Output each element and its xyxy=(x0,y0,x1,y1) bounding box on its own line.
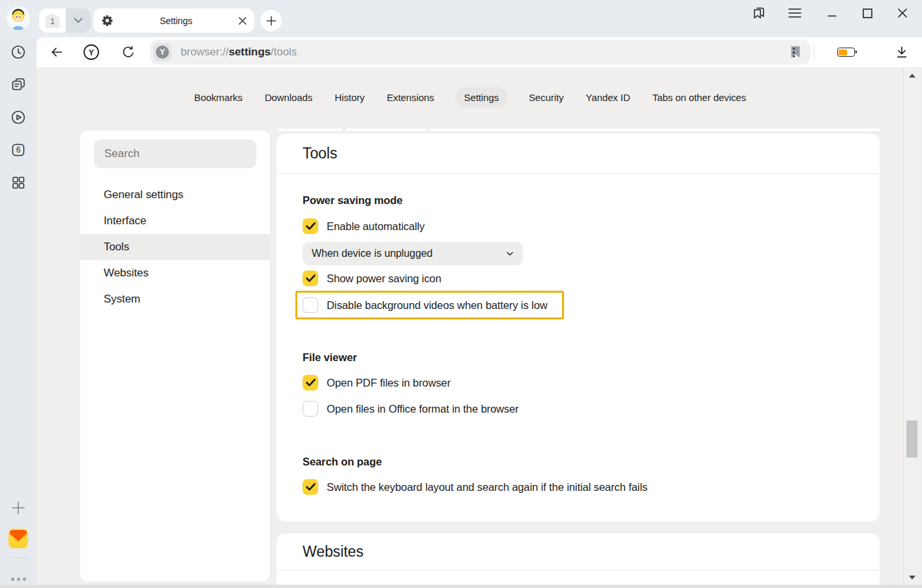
reload-button[interactable] xyxy=(117,41,140,63)
checkbox-label[interactable]: Disable background videos when battery i… xyxy=(327,299,548,312)
search-input[interactable] xyxy=(94,140,256,168)
video-button[interactable] xyxy=(0,106,37,129)
bookmarks-panel-icon xyxy=(751,5,767,21)
highlighted-checkbox-row-disable-background-videos[interactable]: Disable background videos when battery i… xyxy=(295,291,564,319)
add-panel-button[interactable] xyxy=(0,496,37,520)
nav-extensions[interactable]: Extensions xyxy=(385,87,435,108)
checkbox-row-enable-automatically[interactable]: Enable automatically xyxy=(303,218,854,234)
settings-sidebar: General settings Interface Tools Website… xyxy=(80,130,270,581)
apps-grid-button[interactable] xyxy=(0,171,37,194)
yandex-mail-button[interactable] xyxy=(0,527,37,550)
url-text[interactable]: browser://settings/tools xyxy=(181,46,790,59)
tab-title: Settings xyxy=(113,16,239,26)
settings-page: Bookmarks Downloads History Extensions S… xyxy=(37,67,922,585)
card-peek xyxy=(277,128,342,131)
nav-settings[interactable]: Settings xyxy=(455,87,508,108)
scrollbar-thumb[interactable] xyxy=(906,420,917,458)
browser-window: 1 Settings xyxy=(0,0,922,588)
checkbox-label[interactable]: Switch the keyboard layout and search ag… xyxy=(327,481,647,493)
sidebar-item-general-settings[interactable]: General settings xyxy=(80,182,270,208)
maximize-button[interactable] xyxy=(854,0,880,26)
back-button[interactable] xyxy=(46,41,68,63)
plus-icon xyxy=(11,501,25,515)
close-window-button[interactable] xyxy=(889,0,915,26)
kebab-icon xyxy=(793,48,795,57)
tab-list-dropdown[interactable] xyxy=(66,8,91,33)
browser-tab-settings[interactable]: Settings xyxy=(93,8,254,33)
checkbox-row-show-power-saving-icon[interactable]: Show power saving icon xyxy=(303,271,854,286)
settings-top-nav: Bookmarks Downloads History Extensions S… xyxy=(37,87,904,108)
tab-stack-button[interactable]: 6 xyxy=(0,138,37,162)
nav-history[interactable]: History xyxy=(333,87,366,108)
checkmark-icon xyxy=(306,222,316,230)
page-title: Tools xyxy=(276,134,880,174)
ellipsis-icon xyxy=(11,578,26,581)
checkbox-label[interactable]: Open PDF files in browser xyxy=(327,377,451,389)
gear-icon xyxy=(101,14,113,27)
nav-bookmarks[interactable]: Bookmarks xyxy=(193,87,244,108)
hamburger-menu-icon xyxy=(788,8,801,18)
checkbox-checked[interactable] xyxy=(303,479,318,495)
sidebar-item-websites[interactable]: Websites xyxy=(80,260,270,286)
tab-group-counter[interactable]: 1 xyxy=(39,8,91,33)
card-peek xyxy=(346,128,427,131)
tab-count-value: 1 xyxy=(46,13,60,28)
tab-count-square-icon: 6 xyxy=(10,142,26,158)
chevron-down-icon xyxy=(505,249,514,258)
sidebar-item-tools[interactable]: Tools xyxy=(80,234,270,260)
sidebar-item-system[interactable]: System xyxy=(80,286,270,312)
grid-icon xyxy=(10,175,26,190)
checkmark-icon xyxy=(306,274,316,282)
checkbox-label[interactable]: Open files in Office format in the brows… xyxy=(327,403,518,415)
feed-button[interactable] xyxy=(0,73,37,96)
checkbox-row-open-pdf[interactable]: Open PDF files in browser xyxy=(303,375,854,390)
profile-avatar[interactable] xyxy=(7,7,30,30)
checkbox-label[interactable]: Show power saving icon xyxy=(327,272,441,285)
nav-tabs-other-devices[interactable]: Tabs on other devices xyxy=(651,87,747,108)
downloads-button[interactable] xyxy=(891,41,913,63)
checkbox-checked[interactable] xyxy=(303,271,318,286)
minimize-icon xyxy=(827,8,837,18)
bookmarks-panel-button[interactable] xyxy=(746,0,772,26)
checkbox-checked[interactable] xyxy=(303,375,318,390)
tab-count-badge[interactable]: 1 xyxy=(39,8,66,33)
tab-close-icon[interactable] xyxy=(239,17,246,25)
power-saving-battery-button[interactable] xyxy=(835,41,857,63)
select-value: When device is unplugged xyxy=(312,248,432,259)
checkbox-row-switch-keyboard-layout[interactable]: Switch the keyboard layout and search ag… xyxy=(303,479,854,495)
checkbox-label[interactable]: Enable automatically xyxy=(327,220,424,233)
rail-divider xyxy=(10,557,27,558)
scroll-up-arrow[interactable] xyxy=(909,74,915,78)
nav-security[interactable]: Security xyxy=(528,87,565,108)
checkbox-unchecked[interactable] xyxy=(303,401,318,417)
close-icon xyxy=(897,8,908,18)
history-button[interactable] xyxy=(0,40,37,64)
avatar-girl-icon xyxy=(7,7,30,30)
nav-yandex-id[interactable]: Yandex ID xyxy=(584,87,631,108)
power-saving-condition-select[interactable]: When device is unplugged xyxy=(303,242,523,265)
site-identity-badge[interactable]: Y xyxy=(153,43,171,61)
svg-text:6: 6 xyxy=(16,145,21,154)
svg-text:Y: Y xyxy=(89,48,94,57)
reload-icon xyxy=(121,45,136,59)
toolbar-divider xyxy=(814,44,814,60)
back-arrow-icon xyxy=(50,45,64,59)
extensions-kebab-button[interactable] xyxy=(782,41,805,63)
checkbox-row-open-office[interactable]: Open files in Office format in the brows… xyxy=(303,401,854,417)
page-scrollbar[interactable] xyxy=(903,67,919,585)
browser-menu-button[interactable] xyxy=(782,0,808,26)
scroll-down-arrow[interactable] xyxy=(909,576,915,580)
minimize-button[interactable] xyxy=(819,0,845,26)
checkbox-unchecked[interactable] xyxy=(303,297,318,313)
nav-downloads[interactable]: Downloads xyxy=(263,87,314,108)
documents-icon xyxy=(10,77,26,93)
checkbox-checked[interactable] xyxy=(303,218,318,234)
window-bottom-edge xyxy=(0,585,922,588)
yandex-home-button[interactable]: Y xyxy=(80,41,102,63)
new-tab-button[interactable] xyxy=(260,10,282,31)
address-bar[interactable]: Y browser://settings/tools xyxy=(150,40,810,65)
sidebar-item-interface[interactable]: Interface xyxy=(80,208,270,234)
play-circle-icon xyxy=(10,110,26,125)
clock-icon xyxy=(10,44,26,60)
browser-scheme-icon: Y xyxy=(156,46,169,59)
